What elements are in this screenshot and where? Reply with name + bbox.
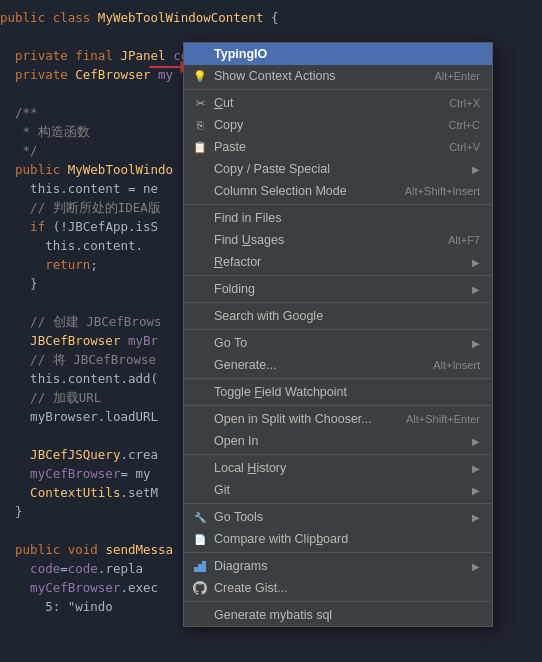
menu-item-compare-clipboard[interactable]: 📄 Compare with Clipboard <box>184 528 492 550</box>
separator-9 <box>184 503 492 504</box>
separator-4 <box>184 302 492 303</box>
paste-icon: 📋 <box>192 139 208 155</box>
github-icon <box>192 580 208 596</box>
cut-icon: ✂ <box>192 95 208 111</box>
arrow-go-to: ▶ <box>472 338 480 349</box>
menu-label-search-google: Search with Google <box>214 309 323 323</box>
menu-label-open-in: Open In <box>214 434 258 448</box>
shortcut-copy: Ctrl+C <box>429 119 480 131</box>
separator-10 <box>184 552 492 553</box>
shortcut-column-selection: Alt+Shift+Insert <box>385 185 480 197</box>
copy-icon: ⎘ <box>192 117 208 133</box>
menu-item-generate-mybatis[interactable]: Generate mybatis sql <box>184 604 492 626</box>
bulb-icon: 💡 <box>192 68 208 84</box>
menu-item-go-to[interactable]: Go To ▶ <box>184 332 492 354</box>
code-line-1: public class MyWebToolWindowContent { <box>0 8 542 27</box>
arrow-refactor: ▶ <box>472 257 480 268</box>
menu-item-refactor[interactable]: Refactor ▶ <box>184 251 492 273</box>
menu-label-local-history: Local History <box>214 461 286 475</box>
separator-8 <box>184 454 492 455</box>
menu-label-generate: Generate... <box>214 358 277 372</box>
svg-rect-2 <box>194 567 198 572</box>
menu-item-go-tools[interactable]: 🔧 Go Tools ▶ <box>184 506 492 528</box>
menu-label-toggle-watchpoint: Toggle Field Watchpoint <box>214 385 347 399</box>
separator-1 <box>184 89 492 90</box>
menu-label-generate-mybatis: Generate mybatis sql <box>214 608 332 622</box>
arrow-git: ▶ <box>472 485 480 496</box>
diagrams-icon <box>192 558 208 574</box>
separator-2 <box>184 204 492 205</box>
menu-label-go-tools: Go Tools <box>214 510 263 524</box>
shortcut-generate: Alt+Insert <box>413 359 480 371</box>
separator-6 <box>184 378 492 379</box>
menu-item-search-google[interactable]: Search with Google <box>184 305 492 327</box>
menu-label-diagrams: Diagrams <box>214 559 268 573</box>
shortcut-find-usages: Alt+F7 <box>428 234 480 246</box>
arrow-diagrams: ▶ <box>472 561 480 572</box>
shortcut-show-context-actions: Alt+Enter <box>414 70 480 82</box>
menu-item-paste[interactable]: 📋 Paste Ctrl+V <box>184 136 492 158</box>
menu-label-find-usages: Find Usages <box>214 233 284 247</box>
menu-label-git: Git <box>214 483 230 497</box>
menu-label-folding: Folding <box>214 282 255 296</box>
menu-item-folding[interactable]: Folding ▶ <box>184 278 492 300</box>
menu-label-go-to: Go To <box>214 336 247 350</box>
compare-icon: 📄 <box>192 531 208 547</box>
menu-item-open-split[interactable]: Open in Split with Chooser... Alt+Shift+… <box>184 408 492 430</box>
menu-item-find-usages[interactable]: Find Usages Alt+F7 <box>184 229 492 251</box>
menu-label-find-in-files: Find in Files <box>214 211 281 225</box>
menu-item-show-context-actions[interactable]: 💡 Show Context Actions Alt+Enter <box>184 65 492 87</box>
menu-label-typingio: TypingIO <box>214 47 267 61</box>
menu-item-find-in-files[interactable]: Find in Files <box>184 207 492 229</box>
menu-item-diagrams[interactable]: Diagrams ▶ <box>184 555 492 577</box>
menu-label-compare-clipboard: Compare with Clipboard <box>214 532 348 546</box>
menu-label-paste: Paste <box>214 140 246 154</box>
menu-item-local-history[interactable]: Local History ▶ <box>184 457 492 479</box>
menu-item-cut[interactable]: ✂ Cut Ctrl+X <box>184 92 492 114</box>
arrow-go-tools: ▶ <box>472 512 480 523</box>
menu-label-open-split: Open in Split with Chooser... <box>214 412 372 426</box>
separator-7 <box>184 405 492 406</box>
separator-5 <box>184 329 492 330</box>
menu-item-copy[interactable]: ⎘ Copy Ctrl+C <box>184 114 492 136</box>
arrow-open-in: ▶ <box>472 436 480 447</box>
menu-item-git[interactable]: Git ▶ <box>184 479 492 501</box>
shortcut-cut: Ctrl+X <box>429 97 480 109</box>
menu-item-open-in[interactable]: Open In ▶ <box>184 430 492 452</box>
menu-item-typingio[interactable]: TypingIO <box>184 43 492 65</box>
menu-label-refactor: Refactor <box>214 255 261 269</box>
menu-item-generate[interactable]: Generate... Alt+Insert <box>184 354 492 376</box>
svg-rect-3 <box>198 564 202 572</box>
menu-label-cut: Cut <box>214 96 233 110</box>
menu-item-copy-paste-special[interactable]: Copy / Paste Special ▶ <box>184 158 492 180</box>
menu-item-column-selection[interactable]: Column Selection Mode Alt+Shift+Insert <box>184 180 492 202</box>
shortcut-paste: Ctrl+V <box>429 141 480 153</box>
arrow-copy-paste-special: ▶ <box>472 164 480 175</box>
separator-11 <box>184 601 492 602</box>
menu-item-create-gist[interactable]: Create Gist... <box>184 577 492 599</box>
arrow-local-history: ▶ <box>472 463 480 474</box>
menu-label-create-gist: Create Gist... <box>214 581 288 595</box>
go-tools-icon: 🔧 <box>192 509 208 525</box>
shortcut-open-split: Alt+Shift+Enter <box>386 413 480 425</box>
menu-label-copy-paste-special: Copy / Paste Special <box>214 162 330 176</box>
menu-label-copy: Copy <box>214 118 243 132</box>
menu-item-toggle-watchpoint[interactable]: Toggle Field Watchpoint <box>184 381 492 403</box>
menu-label-column-selection: Column Selection Mode <box>214 184 347 198</box>
separator-3 <box>184 275 492 276</box>
menu-label-show-context-actions: Show Context Actions <box>214 69 336 83</box>
svg-rect-4 <box>202 561 206 572</box>
context-menu: TypingIO 💡 Show Context Actions Alt+Ente… <box>183 42 493 627</box>
arrow-folding: ▶ <box>472 284 480 295</box>
